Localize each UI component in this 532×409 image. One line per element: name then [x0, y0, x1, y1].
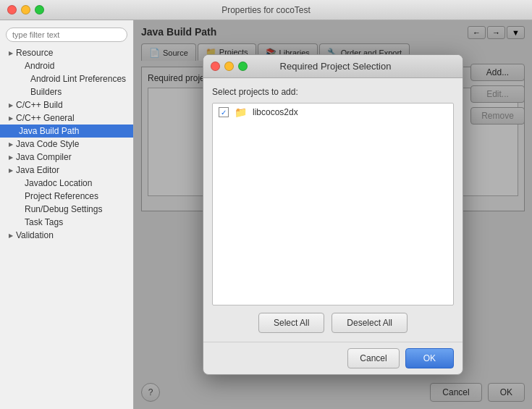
sidebar-item-java-code-style[interactable]: ▶Java Code Style — [0, 138, 133, 151]
sidebar-item-label: Task Tags — [25, 217, 63, 227]
modal-titlebar: Required Project Selection — [203, 55, 463, 78]
modal-bottom: Cancel OK — [203, 342, 463, 374]
modal-body: Select projects to add: ✓📁libcocos2dx Se… — [203, 78, 463, 342]
sidebar-item-label: Javadoc Location — [25, 178, 92, 188]
sidebar-item-run-debug[interactable]: Run/Debug Settings — [0, 203, 133, 216]
sidebar-item-label: Run/Debug Settings — [25, 204, 102, 214]
minimize-button[interactable] — [21, 5, 30, 14]
sidebar-item-label: Validation — [16, 230, 54, 240]
modal-title: Required Project Selection — [253, 61, 418, 72]
sidebar-item-label: Builders — [30, 87, 62, 97]
sidebar-item-android[interactable]: Android — [0, 59, 133, 72]
sidebar-item-builders[interactable]: Builders — [0, 85, 133, 98]
sidebar-item-label: C/C++ Build — [16, 100, 63, 110]
modal-maximize-button[interactable] — [238, 62, 248, 71]
select-all-button[interactable]: Select All — [258, 313, 324, 333]
sidebar-item-label: Android — [25, 61, 54, 71]
sidebar-item-validation[interactable]: ▶Validation — [0, 229, 133, 242]
project-checkbox[interactable]: ✓ — [219, 107, 229, 117]
sidebar: ▶ResourceAndroidAndroid Lint Preferences… — [0, 20, 134, 409]
sidebar-item-label: C/C++ General — [16, 113, 75, 123]
modal-subtitle: Select projects to add: — [212, 87, 454, 97]
modal-overlay: Required Project Selection Select projec… — [134, 20, 532, 409]
close-button[interactable] — [7, 5, 17, 14]
triangle-icon: ▶ — [9, 50, 13, 56]
sidebar-item-javadoc-location[interactable]: Javadoc Location — [0, 177, 133, 190]
triangle-icon: ▶ — [9, 154, 13, 161]
sidebar-item-java-editor[interactable]: ▶Java Editor — [0, 164, 133, 177]
sidebar-item-label: Java Editor — [16, 165, 59, 175]
sidebar-item-java-build-path[interactable]: Java Build Path — [0, 125, 133, 138]
maximize-button[interactable] — [35, 5, 44, 14]
sidebar-item-label: Java Compiler — [16, 152, 72, 162]
sidebar-item-label: Resource — [16, 48, 53, 58]
triangle-icon: ▶ — [9, 167, 13, 174]
sidebar-item-resource[interactable]: ▶Resource — [0, 46, 133, 59]
triangle-icon: ▶ — [9, 232, 13, 239]
sidebar-item-java-compiler[interactable]: ▶Java Compiler — [0, 151, 133, 164]
sidebar-item-label: Java Build Path — [19, 126, 79, 136]
main-container: ▶ResourceAndroidAndroid Lint Preferences… — [0, 20, 532, 409]
sidebar-item-task-tags[interactable]: Task Tags — [0, 216, 133, 229]
modal-minimize-button[interactable] — [224, 62, 234, 71]
sidebar-item-android-lint[interactable]: Android Lint Preferences — [0, 72, 133, 85]
filter-box — [6, 28, 127, 42]
sidebar-item-project-references[interactable]: Project References — [0, 190, 133, 203]
modal-ok-button[interactable]: OK — [405, 348, 454, 368]
project-icon: 📁 — [235, 106, 247, 118]
sidebar-item-label: Project References — [25, 191, 98, 201]
modal-project-item[interactable]: ✓📁libcocos2dx — [213, 104, 453, 121]
triangle-icon: ▶ — [9, 115, 13, 122]
modal-window-controls — [211, 62, 248, 71]
modal-dialog: Required Project Selection Select projec… — [203, 54, 463, 375]
triangle-icon: ▶ — [9, 141, 13, 148]
filter-input[interactable] — [6, 28, 127, 42]
triangle-icon: ▶ — [9, 102, 13, 109]
deselect-all-button[interactable]: Deselect All — [332, 313, 408, 333]
sidebar-item-cpp-build[interactable]: ▶C/C++ Build — [0, 98, 133, 111]
sidebar-items: ▶ResourceAndroidAndroid Lint Preferences… — [0, 46, 133, 242]
project-name: libcocos2dx — [253, 107, 298, 117]
titlebar: Properties for cocoTest — [0, 0, 532, 20]
modal-projects-list: ✓📁libcocos2dx — [212, 103, 454, 305]
modal-cancel-button[interactable]: Cancel — [347, 348, 399, 368]
sidebar-item-label: Android Lint Preferences — [30, 74, 126, 84]
modal-actions: Select All Deselect All — [212, 313, 454, 333]
modal-close-button[interactable] — [211, 62, 220, 71]
sidebar-item-label: Java Code Style — [16, 139, 79, 149]
window-controls — [7, 5, 44, 14]
content-area: Java Build Path ← → ▼ 📄Source📁Projects📚L… — [134, 20, 532, 409]
sidebar-item-cpp-general[interactable]: ▶C/C++ General — [0, 111, 133, 125]
window-title: Properties for cocoTest — [221, 5, 311, 15]
